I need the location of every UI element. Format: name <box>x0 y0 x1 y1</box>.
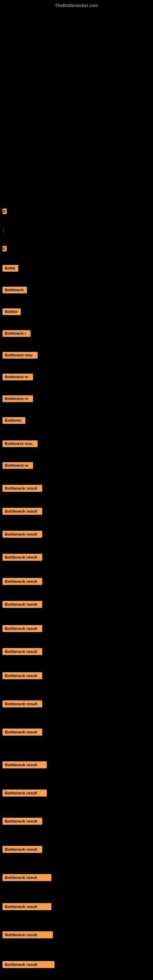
spacer-12 <box>0 449 153 460</box>
spacer-pipe <box>0 216 153 225</box>
row-container-9: Bottleneck re <box>0 371 153 382</box>
row-container-26: Bottleneck result <box>0 788 153 799</box>
row-container-30: Bottleneck result <box>0 901 153 912</box>
bottleneck-label-29[interactable]: Bottleneck result <box>2 874 51 881</box>
row-container-10: Bottleneck re <box>0 393 153 404</box>
spacer-25 <box>0 770 153 788</box>
spacer-18 <box>0 587 153 599</box>
row-container-17: Bottleneck result <box>0 552 153 563</box>
spacer-8 <box>0 361 153 371</box>
site-title: TheBottlenecker.com <box>0 0 153 10</box>
row-container-27: Bottleneck result <box>0 816 153 827</box>
bottleneck-label-31[interactable]: Bottleneck result <box>2 931 53 939</box>
row-container-20: Bottleneck result <box>0 623 153 634</box>
spacer-30 <box>0 912 153 929</box>
row-container-21: Bottleneck result <box>0 646 153 657</box>
spacer-16 <box>0 540 153 552</box>
spacer-29 <box>0 883 153 901</box>
spacer-20 <box>0 634 153 646</box>
bottleneck-label-25[interactable]: Bottleneck result <box>2 761 47 768</box>
spacer-28 <box>0 855 153 872</box>
bottleneck-label-10[interactable]: Bottleneck re <box>2 395 33 402</box>
spacer-5 <box>0 296 153 306</box>
row-container-4: Bottle <box>0 263 153 274</box>
row-container-25: Bottleneck result <box>0 759 153 770</box>
row-container-28: Bottleneck result <box>0 844 153 855</box>
row-container-15: Bottleneck result <box>0 506 153 517</box>
bottleneck-label-15[interactable]: Bottleneck result <box>2 508 42 515</box>
bottleneck-label-14[interactable]: Bottleneck result <box>2 485 42 492</box>
bottleneck-label-30[interactable]: Bottleneck result <box>2 903 51 910</box>
spacer-9 <box>0 382 153 393</box>
row-container-1: B <box>0 207 153 216</box>
spacer-4 <box>0 274 153 285</box>
row-container-12: Bottleneck resu <box>0 438 153 449</box>
dark-content-area <box>0 10 153 207</box>
page-wrapper: TheBottlenecker.com B | E Bottle Bottlen… <box>0 0 153 980</box>
spacer-7 <box>0 339 153 350</box>
row-container-16: Bottleneck result <box>0 528 153 540</box>
spacer-10 <box>0 404 153 415</box>
bottleneck-label-13[interactable]: Bottleneck re <box>2 462 33 469</box>
spacer-17 <box>0 563 153 576</box>
spacer-27 <box>0 827 153 844</box>
spacer-24 <box>0 738 153 759</box>
spacer-23 <box>0 710 153 726</box>
bottleneck-label-4[interactable]: Bottle <box>2 265 18 272</box>
bottleneck-label-27[interactable]: Bottleneck result <box>2 818 42 825</box>
spacer-14 <box>0 494 153 506</box>
row-container-14: Bottleneck result <box>0 483 153 494</box>
spacer-22 <box>0 681 153 698</box>
row-container-32: Bottleneck result <box>0 959 153 970</box>
spacer-32 <box>0 970 153 980</box>
bottleneck-label-9[interactable]: Bottleneck re <box>2 374 33 380</box>
row-container-11: Bottlenec <box>0 415 153 426</box>
bottleneck-label-32[interactable]: Bottleneck result <box>2 961 54 968</box>
spacer-6 <box>0 317 153 328</box>
bottleneck-label-5[interactable]: Bottleneck <box>2 286 27 293</box>
bottleneck-label-11[interactable]: Bottlenec <box>2 417 26 424</box>
bottleneck-label-8[interactable]: Bottleneck resu <box>2 352 38 359</box>
row-container-19: Bottleneck result <box>0 599 153 610</box>
bottleneck-label-18[interactable]: Bottleneck result <box>2 578 42 585</box>
row-container-6: Bottlen <box>0 306 153 317</box>
bottleneck-label-6[interactable]: Bottlen <box>2 309 21 315</box>
bottleneck-label-20[interactable]: Bottleneck result <box>2 625 42 632</box>
spacer-19 <box>0 610 153 623</box>
spacer-15 <box>0 517 153 528</box>
bottleneck-label-22[interactable]: Bottleneck result <box>2 672 42 679</box>
bottleneck-label-16[interactable]: Bottleneck result <box>2 531 42 538</box>
bottleneck-label-23[interactable]: Bottleneck result <box>2 700 42 708</box>
bottleneck-label-7[interactable]: Bottleneck r <box>2 330 30 337</box>
row-container-3: E <box>0 244 153 254</box>
spacer-21 <box>0 657 153 670</box>
row-container-22: Bottleneck result <box>0 670 153 681</box>
bottleneck-label-12[interactable]: Bottleneck resu <box>2 441 38 447</box>
bottleneck-label-3[interactable]: E <box>2 246 7 251</box>
bottleneck-label-1[interactable]: B <box>2 208 7 214</box>
spacer-26 <box>0 799 153 816</box>
bottleneck-label-24[interactable]: Bottleneck result <box>2 729 42 736</box>
row-container-2: | <box>0 225 153 235</box>
bottleneck-label-28[interactable]: Bottleneck result <box>2 846 42 853</box>
spacer-3 <box>0 254 153 263</box>
row-container-18: Bottleneck result <box>0 576 153 587</box>
spacer-13 <box>0 471 153 483</box>
row-container-24: Bottleneck result <box>0 726 153 738</box>
bottleneck-label-17[interactable]: Bottleneck result <box>2 554 42 561</box>
spacer-11 <box>0 426 153 438</box>
spacer-31 <box>0 940 153 959</box>
bottleneck-label-26[interactable]: Bottleneck result <box>2 789 47 797</box>
spacer-2 <box>0 235 153 244</box>
bottleneck-label-21[interactable]: Bottleneck result <box>2 648 42 655</box>
row-container-29: Bottleneck result <box>0 872 153 883</box>
row-container-31: Bottleneck result <box>0 929 153 940</box>
row-container-5: Bottleneck <box>0 285 153 296</box>
bottleneck-label-19[interactable]: Bottleneck result <box>2 601 42 608</box>
row-container-7: Bottleneck r <box>0 328 153 339</box>
pipe-label: | <box>2 228 4 232</box>
row-container-13: Bottleneck re <box>0 460 153 471</box>
row-container-8: Bottleneck resu <box>0 350 153 361</box>
row-container-23: Bottleneck result <box>0 698 153 710</box>
